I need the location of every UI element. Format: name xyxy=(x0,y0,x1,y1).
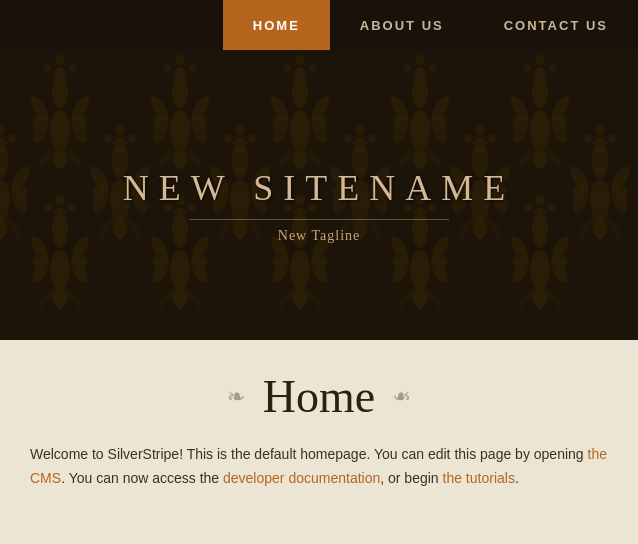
body-text-1: Welcome to SilverStripe! This is the def… xyxy=(30,446,588,462)
hero-content: NEW SITENAME New Tagline xyxy=(123,147,515,244)
main-content: ❧ Home ❧ Welcome to SilverStripe! This i… xyxy=(0,340,638,544)
hero-divider xyxy=(189,219,449,220)
page-heading-row: ❧ Home ❧ xyxy=(30,340,608,443)
navigation: HOME ABOUT US CONTACT US xyxy=(0,0,638,50)
site-tagline: New Tagline xyxy=(123,228,515,244)
body-text-2: . You can now access the xyxy=(61,470,223,486)
tutorials-link[interactable]: the tutorials xyxy=(443,470,515,486)
developer-docs-link[interactable]: developer documentation xyxy=(223,470,380,486)
page-heading: Home xyxy=(263,370,375,423)
nav-contact[interactable]: CONTACT US xyxy=(474,0,638,50)
body-text-4: . xyxy=(515,470,519,486)
body-text-3: , or begin xyxy=(380,470,442,486)
nav-about[interactable]: ABOUT US xyxy=(330,0,474,50)
page-body: Welcome to SilverStripe! This is the def… xyxy=(30,443,608,491)
hero-banner: NEW SITENAME New Tagline xyxy=(0,50,638,340)
nav-home[interactable]: HOME xyxy=(223,0,330,50)
left-decoration-icon: ❧ xyxy=(227,384,245,410)
right-decoration-icon: ❧ xyxy=(393,384,411,410)
site-title: NEW SITENAME xyxy=(123,167,515,209)
